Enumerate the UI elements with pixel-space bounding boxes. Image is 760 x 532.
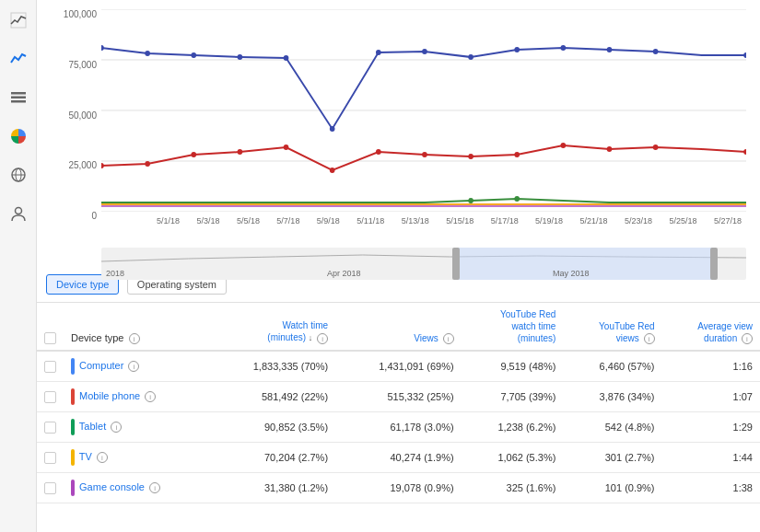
svg-point-31 [284,145,289,150]
svg-point-34 [422,152,427,157]
y-label-4: 0 [91,211,97,221]
select-all-checkbox[interactable] [44,332,56,344]
device-info-icon-0[interactable]: i [128,361,139,372]
x-label-8: 5/17/18 [491,216,519,226]
sort-icon[interactable]: ↓ [309,333,313,342]
timeline-label-2: May 2018 [553,269,590,278]
sidebar-icon-1[interactable] [7,48,29,70]
svg-point-40 [743,149,746,155]
row-yt-red-views-1: 3,876 (34%) [563,382,661,412]
svg-point-37 [561,143,567,148]
svg-point-24 [607,47,613,52]
row-device-0: Computer i [64,351,210,382]
sidebar-icon-4[interactable] [7,164,29,186]
row-views-2: 61,178 (3.0%) [335,412,462,443]
svg-point-19 [376,50,381,55]
x-label-13: 5/27/18 [714,216,742,226]
timeline-handle-left[interactable] [452,248,460,280]
views-info-icon[interactable]: i [443,333,454,344]
row-watch-time-4: 31,380 (1.2%) [210,473,336,503]
row-avg-duration-1: 1:07 [662,382,760,412]
row-select-0[interactable] [44,361,56,373]
watch-time-info-icon[interactable]: i [317,333,328,344]
x-label-11: 5/23/18 [625,216,652,226]
svg-point-35 [468,154,474,159]
main-content: 100,000 75,000 50,000 25,000 0 [37,0,760,532]
row-views-0: 1,431,091 (69%) [335,351,462,382]
device-info-icon-3[interactable]: i [97,452,108,463]
device-info-icon-2[interactable]: i [111,422,122,433]
device-name-2[interactable]: Tablet [79,421,106,432]
device-info-icon-1[interactable]: i [145,391,156,402]
row-yt-red-views-2: 542 (4.8%) [563,412,661,443]
x-label-2: 5/5/18 [237,216,260,226]
header-avg-duration: Average viewduration i [662,303,760,351]
svg-rect-2 [11,97,26,99]
row-checkbox-4 [37,473,64,503]
device-name-3[interactable]: TV [79,451,92,462]
y-axis: 100,000 75,000 50,000 25,000 0 [46,9,97,221]
x-label-5: 5/11/18 [357,216,384,226]
svg-point-41 [514,196,520,202]
svg-point-28 [145,161,150,167]
sidebar-icon-2[interactable] [7,87,29,109]
svg-point-7 [15,208,21,214]
row-select-1[interactable] [44,391,56,403]
device-color-bar-4 [71,480,75,496]
row-select-3[interactable] [44,452,56,464]
svg-point-26 [743,52,746,58]
x-label-3: 5/7/18 [276,216,299,226]
row-views-3: 40,274 (1.9%) [335,443,462,473]
row-select-4[interactable] [44,482,56,494]
device-color-bar-3 [71,449,75,466]
timeline-label-1: Apr 2018 [327,269,361,278]
svg-point-18 [330,126,335,132]
svg-point-22 [514,47,520,52]
device-name-1[interactable]: Mobile phone [79,390,140,401]
row-device-4: Game console i [64,473,210,503]
row-checkbox-0 [37,351,64,382]
timeline-chart[interactable]: 2018 Apr 2018 May 2018 [101,248,746,280]
header-views: Views i [335,303,462,351]
row-watch-time-0: 1,833,335 (70%) [210,351,336,382]
svg-point-21 [468,54,474,60]
y-label-0: 100,000 [64,9,97,19]
svg-point-16 [238,54,243,60]
sidebar-icon-5[interactable] [7,202,29,225]
row-select-2[interactable] [44,422,56,434]
row-avg-duration-4: 1:38 [662,473,760,503]
x-label-10: 5/21/18 [580,216,608,226]
header-yt-red-watch: YouTube Redwatch time(minutes) [462,303,564,351]
y-label-1: 75,000 [68,60,97,70]
row-yt-red-views-4: 101 (0.9%) [563,473,661,503]
x-axis: 5/1/18 5/3/18 5/5/18 5/7/18 5/9/18 5/11/… [157,216,742,226]
chart-area: 100,000 75,000 50,000 25,000 0 [37,0,760,267]
x-label-4: 5/9/18 [317,216,340,226]
data-table: Device type i Watch time(minutes) ↓ i Vi… [37,303,760,532]
device-color-bar-1 [71,388,75,405]
device-info-icon-4[interactable]: i [149,482,160,493]
x-label-0: 5/1/18 [157,216,180,226]
device-name-4[interactable]: Game console [79,481,145,492]
row-device-2: Tablet i [64,412,210,443]
header-checkbox [37,303,64,351]
row-watch-time-1: 581,492 (22%) [210,382,336,412]
header-yt-red-views: YouTube Redviews i [563,303,661,351]
device-color-bar-0 [71,358,75,375]
device-type-info-icon[interactable]: i [129,333,140,344]
row-watch-time-3: 70,204 (2.7%) [210,443,336,473]
row-yt-red-views-0: 6,460 (57%) [563,351,661,382]
line-chart: 5/1/18 5/3/18 5/5/18 5/7/18 5/9/18 5/11/… [101,9,746,244]
yt-red-views-info-icon[interactable]: i [644,333,655,344]
svg-point-23 [561,45,567,51]
sidebar-icon-0[interactable] [7,9,29,31]
svg-rect-1 [11,92,26,95]
device-name-0[interactable]: Computer [79,360,123,371]
svg-point-30 [238,149,243,155]
sidebar-icon-3[interactable] [7,125,29,147]
table-row: Computer i 1,833,335 (70%) 1,431,091 (69… [37,351,760,382]
avg-duration-info-icon[interactable]: i [742,333,753,344]
timeline-handle-right[interactable] [710,248,718,280]
row-device-3: TV i [64,443,210,473]
row-yt-red-watch-3: 1,062 (5.3%) [462,443,564,473]
